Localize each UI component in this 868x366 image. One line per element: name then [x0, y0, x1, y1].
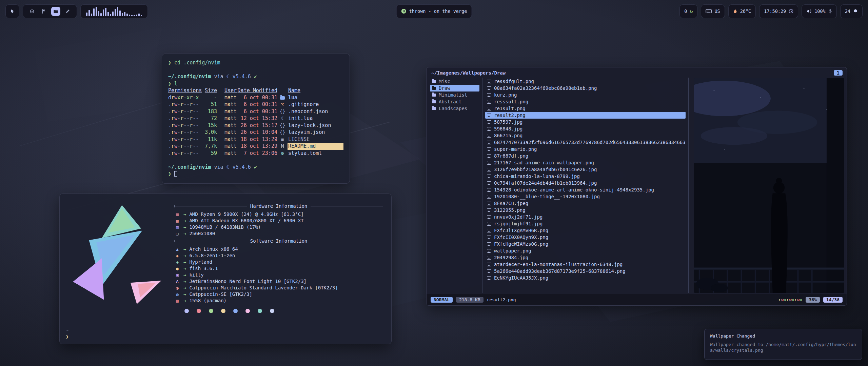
column-divider [688, 78, 689, 293]
arrow-icon: → [183, 272, 186, 278]
file-item[interactable]: 87r687df.png [485, 152, 686, 159]
sidebar-folder-draw[interactable]: Draw [430, 85, 479, 92]
kernel-icon: ◆ [174, 252, 180, 259]
file-item[interactable]: super-mario.png [485, 146, 686, 152]
command: cd [174, 60, 180, 66]
listing-row: .rw-r--r--51matt6 oct 00:31⌥.gitignore [168, 101, 343, 108]
file-item[interactable]: rsjqojlmjhf91.jpg [485, 220, 686, 227]
folder-icon [432, 80, 436, 83]
file-item[interactable]: 866715.png [485, 132, 686, 139]
shell-icon: ● [174, 265, 180, 272]
image-file-icon [487, 256, 491, 260]
image-file-icon [487, 249, 491, 253]
file-item[interactable]: FXfcII0X0AQyn9X.png [485, 234, 686, 241]
file-item[interactable]: 3122955.png [485, 207, 686, 214]
viz-bar [141, 15, 142, 16]
palette-dot [197, 309, 201, 313]
file-item[interactable]: 5a266e448add93deab367d87173e9f25-6837886… [485, 268, 686, 274]
launcher-button[interactable] [5, 4, 19, 18]
file-item[interactable]: 19201080-__blue-tinge__-1920x1080.jpg [485, 193, 686, 200]
file-item[interactable]: 217167-sad-anime-rain-wallpaper.png [485, 159, 686, 166]
file-item[interactable]: resssult.png [485, 98, 686, 105]
prompt-line: ❯ [168, 170, 343, 178]
temperature-module[interactable]: 26°C [728, 4, 756, 18]
workspace-2-button[interactable] [39, 7, 48, 16]
check-icon: ✔ [254, 74, 257, 80]
file-item[interactable]: 20492984.jpg [485, 254, 686, 261]
lua-moon-icon: ☾ [226, 164, 230, 170]
music-icon [401, 8, 407, 14]
keyboard-icon [706, 9, 712, 13]
viz-bar [131, 15, 133, 16]
file-item[interactable]: 68747470733a2f2f696d616765732d7769786d70… [485, 139, 686, 146]
image-file-icon [487, 269, 491, 273]
preview-pane [691, 78, 845, 293]
volume-level: 100% [814, 8, 826, 14]
workspace-3-button[interactable] [51, 7, 60, 16]
hardware-info: ▦→AMD Ryzen 9 5900X (24) @ 4.9GHz [61.3°… [174, 211, 383, 237]
notifications-module[interactable]: 24 [840, 4, 863, 18]
file-item[interactable]: 08a634fa02a32364f69ebc86a98eb1eb.png [485, 85, 686, 92]
fetch-terminal-window[interactable]: Hardware Information ▦→AMD Ryzen 9 5900X… [59, 194, 392, 344]
sidebar-folder-landscapes[interactable]: Landscapes [430, 105, 479, 112]
file-item[interactable]: 587597.jpg [485, 119, 686, 125]
fetch-info: Hardware Information ▦→AMD Ryzen 9 5900X… [174, 201, 383, 337]
viz-bar [138, 14, 140, 16]
music-widget[interactable]: thrown - on the verge [396, 4, 472, 18]
image-file-icon [487, 168, 491, 171]
file-item[interactable]: FXfcJlTXgAMvH6R.png [485, 227, 686, 234]
os-icon: ▲ [174, 246, 180, 252]
file-item[interactable]: chica-mirando-la-luna-8799.jpg [485, 173, 686, 180]
shell-prompt: ~ ❯ [66, 327, 68, 340]
updates-count: 0 [684, 8, 687, 14]
clock-module[interactable]: 17:50:29 [759, 4, 798, 18]
image-file-icon [487, 229, 491, 232]
image-file-icon [487, 222, 491, 226]
file-item[interactable]: kurz.png [485, 92, 686, 98]
file-item[interactable]: atardecer-en-la-montanas-ilustracion-634… [485, 261, 686, 268]
sidebar-folder-abstract[interactable]: Abstract [430, 98, 479, 105]
file-item[interactable]: EeNKYgIUcAAJ5JX.png [485, 274, 686, 281]
check-icon: ✔ [254, 164, 257, 170]
image-file-icon [487, 86, 491, 90]
file-item[interactable]: 154928-odinokoe-anime-art-anime-okno-sin… [485, 186, 686, 193]
workspace-4-button[interactable] [63, 7, 72, 16]
sidebar-folder-minimalist[interactable]: Minimalist [430, 92, 479, 98]
file-item[interactable]: wallpaper.png [485, 247, 686, 254]
temperature-label: 26°C [740, 8, 751, 14]
image-file-icon [487, 100, 491, 104]
mode-badge: NORMAL [431, 297, 453, 303]
file-item[interactable]: 8FKa7Cu.jpeg [485, 200, 686, 207]
volume-module[interactable]: 100% [802, 4, 837, 18]
prompt-path: ~ [66, 327, 68, 333]
prompt-icon: ❯ [168, 60, 171, 66]
file-item[interactable]: FXfcHgcWIAMzs0G.png [485, 241, 686, 247]
sidebar-folder-misc[interactable]: Misc [430, 78, 479, 85]
folder-icon [432, 94, 436, 97]
file-item[interactable]: ressdfgult.png [485, 78, 686, 85]
arrow-icon: → [183, 278, 186, 285]
palette-dot [270, 309, 274, 313]
visualizer-widget [80, 4, 148, 18]
file-item[interactable]: 3126f7e9bbf21a8a4af0b67b041c6e26.jpg [485, 166, 686, 173]
notification-toast[interactable]: Wallpaper Changed Wallpaper changed to /… [704, 329, 862, 360]
file-item[interactable]: nnvuv0xj2df71.jpg [485, 214, 686, 220]
filesize-badge: 218.8 KB [456, 297, 484, 303]
file-manager-window[interactable]: ~/Imagenes/Wallpapers/Draw 1 MiscDrawMin… [426, 67, 847, 306]
workspace-1-button[interactable] [27, 7, 37, 16]
lua-moon-icon: ☾ [226, 74, 230, 80]
terminal-window[interactable]: ❯ cd .config/nvim ~/.config/nvim via ☾ v… [162, 54, 350, 184]
file-item[interactable]: re1sult.png [485, 105, 686, 112]
bar-left-modules [5, 4, 148, 18]
listing-row: .rw-r--r--59matt7 oct 23:06⚙stylua.toml [168, 150, 343, 157]
image-preview [694, 78, 844, 293]
file-item[interactable]: 596848.jpg [485, 125, 686, 132]
file-item[interactable]: 0c794faf07de24a4db4d4fb1eb813964.jpg [485, 180, 686, 186]
file-item[interactable]: result2.png [485, 112, 686, 119]
folder-icon [432, 107, 436, 110]
arrow-icon: → [183, 298, 186, 304]
arrow-icon: → [183, 230, 186, 237]
updates-module[interactable]: 0 ↻ [679, 4, 697, 18]
command-arg: .config/nvim [183, 60, 220, 66]
keyboard-layout-module[interactable]: US [701, 4, 725, 18]
